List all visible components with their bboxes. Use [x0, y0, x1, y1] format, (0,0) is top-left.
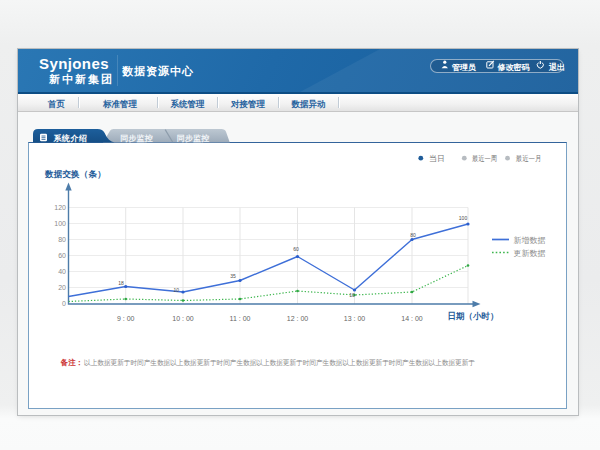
svg-text:35: 35 — [230, 273, 236, 279]
svg-text:最近一月: 最近一月 — [516, 154, 542, 163]
svg-text:以上数据更新于时间产生数据以上数据更新于时间产生数据以上数据: 以上数据更新于时间产生数据以上数据更新于时间产生数据以上数据更新于时间产生数据以… — [84, 358, 475, 367]
svg-text:120: 120 — [54, 204, 66, 211]
svg-text:9 : 00: 9 : 00 — [117, 315, 135, 322]
svg-text:10: 10 — [349, 292, 355, 298]
svg-text:60: 60 — [293, 246, 299, 252]
svg-text:备注：: 备注： — [60, 358, 84, 367]
svg-text:80: 80 — [410, 232, 416, 238]
svg-text:100: 100 — [54, 220, 66, 227]
svg-text:新增数据: 新增数据 — [514, 236, 546, 245]
svg-text:18: 18 — [118, 280, 124, 286]
svg-text:80: 80 — [58, 236, 66, 243]
svg-text:数据交换（条）: 数据交换（条） — [44, 169, 106, 179]
svg-text:最近一周: 最近一周 — [472, 154, 497, 163]
svg-text:10: 10 — [173, 287, 179, 293]
svg-text:系统介绍: 系统介绍 — [53, 133, 87, 143]
svg-text:0: 0 — [62, 300, 66, 307]
svg-text:12 : 00: 12 : 00 — [287, 315, 309, 322]
svg-text:同步监控: 同步监控 — [176, 134, 209, 143]
svg-text:10 : 00: 10 : 00 — [172, 315, 194, 322]
svg-text:同步监控: 同步监控 — [120, 134, 153, 143]
svg-text:当日: 当日 — [429, 154, 445, 163]
svg-text:11 : 00: 11 : 00 — [230, 315, 251, 322]
svg-text:14 : 00: 14 : 00 — [401, 315, 423, 322]
svg-text:60: 60 — [58, 252, 66, 259]
svg-text:日期（小时）: 日期（小时） — [448, 311, 499, 321]
svg-text:13 : 00: 13 : 00 — [344, 315, 366, 322]
svg-text:20: 20 — [58, 284, 66, 291]
svg-text:更新数据: 更新数据 — [514, 249, 546, 258]
svg-text:40: 40 — [58, 268, 66, 275]
svg-text:100: 100 — [459, 215, 468, 221]
